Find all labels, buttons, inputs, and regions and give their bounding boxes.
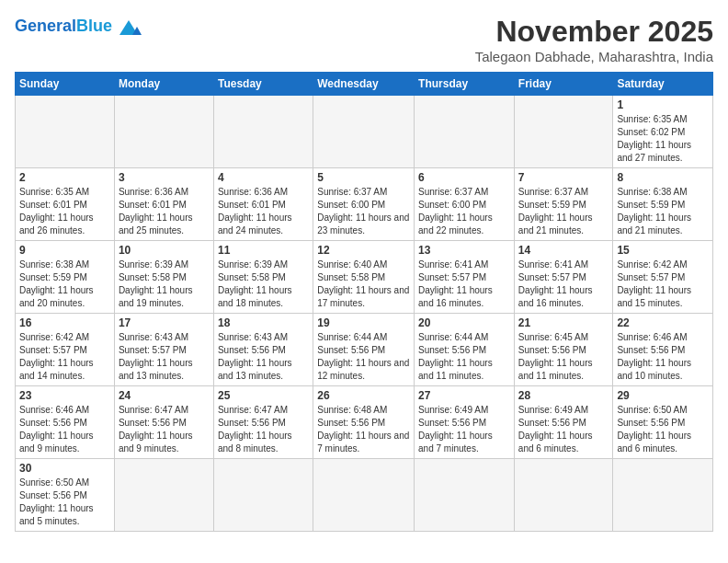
calendar-cell: 14Sunrise: 6:41 AMSunset: 5:57 PMDayligh… xyxy=(514,241,613,314)
day-number: 18 xyxy=(218,316,309,329)
calendar-cell: 4Sunrise: 6:36 AMSunset: 6:01 PMDaylight… xyxy=(213,168,313,241)
cell-content: Sunrise: 6:42 AMSunset: 5:57 PMDaylight:… xyxy=(19,331,110,383)
logo-general: General xyxy=(15,17,76,35)
logo-icon xyxy=(116,17,142,37)
cell-content: Sunrise: 6:41 AMSunset: 5:57 PMDaylight:… xyxy=(518,259,609,310)
logo: GeneralBlue xyxy=(15,15,142,37)
day-number: 17 xyxy=(119,316,210,329)
calendar-cell xyxy=(313,96,415,168)
day-header-wednesday: Wednesday xyxy=(313,73,415,96)
calendar-cell xyxy=(415,459,515,532)
cell-content: Sunrise: 6:39 AMSunset: 5:58 PMDaylight:… xyxy=(119,259,210,310)
cell-content: Sunrise: 6:39 AMSunset: 5:58 PMDaylight:… xyxy=(218,259,309,310)
cell-content: Sunrise: 6:50 AMSunset: 5:56 PMDaylight:… xyxy=(617,404,709,455)
cell-content: Sunrise: 6:36 AMSunset: 6:01 PMDaylight:… xyxy=(119,186,210,237)
cell-content: Sunrise: 6:42 AMSunset: 5:57 PMDaylight:… xyxy=(617,259,709,310)
cell-content: Sunrise: 6:44 AMSunset: 5:56 PMDaylight:… xyxy=(317,331,410,383)
calendar-cell xyxy=(415,96,515,168)
day-number: 29 xyxy=(617,389,709,402)
calendar-cell: 13Sunrise: 6:41 AMSunset: 5:57 PMDayligh… xyxy=(415,241,515,314)
calendar-cell: 15Sunrise: 6:42 AMSunset: 5:57 PMDayligh… xyxy=(613,241,713,314)
cell-content: Sunrise: 6:47 AMSunset: 5:56 PMDaylight:… xyxy=(218,404,309,455)
calendar-cell: 17Sunrise: 6:43 AMSunset: 5:57 PMDayligh… xyxy=(114,314,213,386)
calendar-cell: 21Sunrise: 6:45 AMSunset: 5:56 PMDayligh… xyxy=(514,314,613,386)
day-number: 30 xyxy=(19,462,110,475)
day-header-tuesday: Tuesday xyxy=(213,73,313,96)
calendar-cell xyxy=(514,96,613,168)
cell-content: Sunrise: 6:50 AMSunset: 5:56 PMDaylight:… xyxy=(19,477,110,528)
day-number: 25 xyxy=(218,389,309,402)
title-block: November 2025 Talegaon Dabhade, Maharash… xyxy=(475,15,713,64)
calendar-cell: 10Sunrise: 6:39 AMSunset: 5:58 PMDayligh… xyxy=(114,241,213,314)
cell-content: Sunrise: 6:37 AMSunset: 6:00 PMDaylight:… xyxy=(317,186,410,237)
cell-content: Sunrise: 6:35 AMSunset: 6:02 PMDaylight:… xyxy=(617,113,709,165)
calendar-cell: 19Sunrise: 6:44 AMSunset: 5:56 PMDayligh… xyxy=(313,314,415,386)
cell-content: Sunrise: 6:49 AMSunset: 5:56 PMDaylight:… xyxy=(518,404,609,455)
calendar-cell xyxy=(213,459,313,532)
day-number: 21 xyxy=(518,316,609,329)
day-number: 12 xyxy=(317,244,410,257)
day-number: 7 xyxy=(518,171,609,184)
cell-content: Sunrise: 6:38 AMSunset: 5:59 PMDaylight:… xyxy=(617,186,709,237)
calendar-cell: 16Sunrise: 6:42 AMSunset: 5:57 PMDayligh… xyxy=(16,314,115,386)
calendar-cell: 22Sunrise: 6:46 AMSunset: 5:56 PMDayligh… xyxy=(613,314,713,386)
day-number: 1 xyxy=(617,98,709,111)
calendar-week-3: 16Sunrise: 6:42 AMSunset: 5:57 PMDayligh… xyxy=(16,314,713,386)
calendar-cell: 18Sunrise: 6:43 AMSunset: 5:56 PMDayligh… xyxy=(213,314,313,386)
day-number: 11 xyxy=(218,244,309,257)
day-number: 20 xyxy=(418,316,510,329)
location-title: Talegaon Dabhade, Maharashtra, India xyxy=(475,49,713,64)
calendar-week-2: 9Sunrise: 6:38 AMSunset: 5:59 PMDaylight… xyxy=(16,241,713,314)
cell-content: Sunrise: 6:37 AMSunset: 5:59 PMDaylight:… xyxy=(518,186,609,237)
calendar-cell xyxy=(16,96,115,168)
day-number: 14 xyxy=(518,244,609,257)
day-number: 2 xyxy=(19,171,110,184)
calendar-cell xyxy=(213,96,313,168)
calendar-cell: 24Sunrise: 6:47 AMSunset: 5:56 PMDayligh… xyxy=(114,386,213,459)
day-number: 6 xyxy=(418,171,510,184)
cell-content: Sunrise: 6:46 AMSunset: 5:56 PMDaylight:… xyxy=(617,331,709,383)
calendar-cell: 28Sunrise: 6:49 AMSunset: 5:56 PMDayligh… xyxy=(514,386,613,459)
calendar-week-5: 30Sunrise: 6:50 AMSunset: 5:56 PMDayligh… xyxy=(16,459,713,532)
calendar-week-0: 1Sunrise: 6:35 AMSunset: 6:02 PMDaylight… xyxy=(16,96,713,168)
cell-content: Sunrise: 6:48 AMSunset: 5:56 PMDaylight:… xyxy=(317,404,410,455)
calendar-cell: 3Sunrise: 6:36 AMSunset: 6:01 PMDaylight… xyxy=(114,168,213,241)
cell-content: Sunrise: 6:43 AMSunset: 5:56 PMDaylight:… xyxy=(218,331,309,383)
day-header-sunday: Sunday xyxy=(16,73,115,96)
cell-content: Sunrise: 6:47 AMSunset: 5:56 PMDaylight:… xyxy=(119,404,210,455)
day-number: 19 xyxy=(317,316,410,329)
calendar-week-1: 2Sunrise: 6:35 AMSunset: 6:01 PMDaylight… xyxy=(16,168,713,241)
calendar-cell: 1Sunrise: 6:35 AMSunset: 6:02 PMDaylight… xyxy=(613,96,713,168)
cell-content: Sunrise: 6:40 AMSunset: 5:58 PMDaylight:… xyxy=(317,259,410,310)
day-number: 27 xyxy=(418,389,510,402)
cell-content: Sunrise: 6:36 AMSunset: 6:01 PMDaylight:… xyxy=(218,186,309,237)
calendar-cell: 29Sunrise: 6:50 AMSunset: 5:56 PMDayligh… xyxy=(613,386,713,459)
calendar-cell: 2Sunrise: 6:35 AMSunset: 6:01 PMDaylight… xyxy=(16,168,115,241)
calendar-cell: 9Sunrise: 6:38 AMSunset: 5:59 PMDaylight… xyxy=(16,241,115,314)
day-number: 16 xyxy=(19,316,110,329)
month-title: November 2025 xyxy=(475,15,713,49)
cell-content: Sunrise: 6:46 AMSunset: 5:56 PMDaylight:… xyxy=(19,404,110,455)
cell-content: Sunrise: 6:49 AMSunset: 5:56 PMDaylight:… xyxy=(418,404,510,455)
cell-content: Sunrise: 6:45 AMSunset: 5:56 PMDaylight:… xyxy=(518,331,609,383)
calendar-cell: 30Sunrise: 6:50 AMSunset: 5:56 PMDayligh… xyxy=(16,459,115,532)
day-number: 15 xyxy=(617,244,709,257)
calendar-cell xyxy=(514,459,613,532)
calendar-week-4: 23Sunrise: 6:46 AMSunset: 5:56 PMDayligh… xyxy=(16,386,713,459)
cell-content: Sunrise: 6:44 AMSunset: 5:56 PMDaylight:… xyxy=(418,331,510,383)
page-header: GeneralBlue November 2025 Talegaon Dabha… xyxy=(15,15,713,64)
calendar-cell: 25Sunrise: 6:47 AMSunset: 5:56 PMDayligh… xyxy=(213,386,313,459)
day-header-thursday: Thursday xyxy=(415,73,515,96)
logo-blue: Blue xyxy=(76,17,112,35)
calendar-cell: 26Sunrise: 6:48 AMSunset: 5:56 PMDayligh… xyxy=(313,386,415,459)
day-number: 26 xyxy=(317,389,410,402)
cell-content: Sunrise: 6:38 AMSunset: 5:59 PMDaylight:… xyxy=(19,259,110,310)
day-number: 22 xyxy=(617,316,709,329)
logo-text: GeneralBlue xyxy=(15,17,112,36)
day-number: 10 xyxy=(119,244,210,257)
day-header-saturday: Saturday xyxy=(613,73,713,96)
calendar-cell: 12Sunrise: 6:40 AMSunset: 5:58 PMDayligh… xyxy=(313,241,415,314)
cell-content: Sunrise: 6:37 AMSunset: 6:00 PMDaylight:… xyxy=(418,186,510,237)
day-header-monday: Monday xyxy=(114,73,213,96)
calendar-cell: 6Sunrise: 6:37 AMSunset: 6:00 PMDaylight… xyxy=(415,168,515,241)
